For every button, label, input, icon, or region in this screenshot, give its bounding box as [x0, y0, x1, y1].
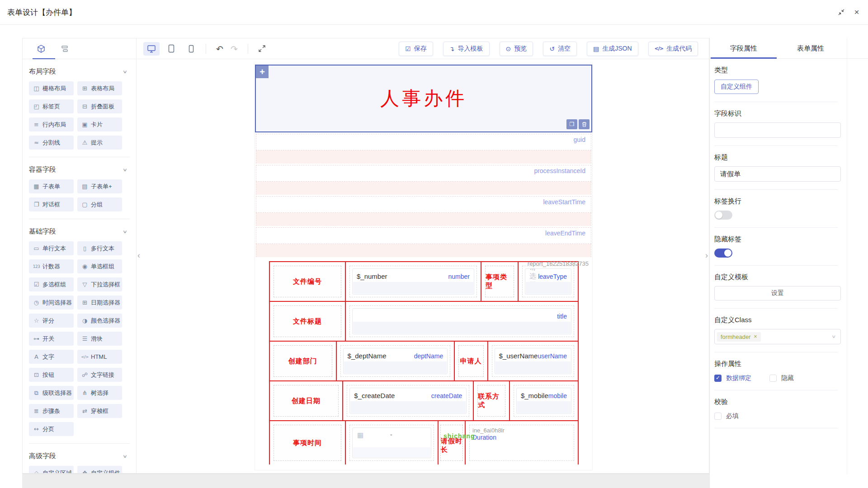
hide-label-label: 隐藏标签: [714, 235, 838, 244]
palette-item-multiline-text[interactable]: ▯多行文本: [77, 241, 122, 255]
redo-icon[interactable]: ↷: [227, 44, 241, 54]
palette-item-alert[interactable]: ⚠提示: [77, 136, 122, 150]
generate-json-button[interactable]: ▤生成JSON: [587, 42, 638, 56]
canvas-body[interactable]: + 人事办件 ❐ guid processInstanceI: [137, 59, 709, 473]
generate-code-button[interactable]: </>生成代码: [648, 42, 698, 56]
tab-form-properties[interactable]: 表单属性: [778, 38, 844, 58]
palette-section-basic[interactable]: 基础字段 ∨: [29, 227, 132, 236]
trash-icon[interactable]: [579, 119, 590, 129]
palette-item-tab-page[interactable]: ◰标签页: [29, 99, 74, 113]
move-handle-icon[interactable]: +: [256, 66, 269, 78]
save-button[interactable]: ☑保存: [399, 42, 433, 56]
hidden-field-leave-end-time[interactable]: leaveEndTime: [256, 227, 591, 258]
close-icon[interactable]: ×: [853, 8, 861, 16]
label-wrap-toggle[interactable]: [714, 211, 732, 220]
palette-item-cascader[interactable]: ⧉级联选择器: [29, 386, 74, 400]
field-dept-name[interactable]: $_deptNamedeptName: [340, 345, 451, 377]
palette-item-text-link[interactable]: ☍文字链接: [77, 368, 122, 382]
palette-item-checkbox-group[interactable]: ☑多选框组: [29, 277, 74, 291]
remove-tag-icon[interactable]: ×: [754, 333, 757, 340]
palette-item-table-layout[interactable]: ⊞表格布局: [77, 81, 122, 95]
field-id-input[interactable]: [714, 122, 841, 138]
tab-outline-layers-icon[interactable]: [60, 44, 70, 54]
copy-icon[interactable]: ❐: [566, 119, 577, 129]
collapse-left-panel-icon[interactable]: ‹: [136, 248, 142, 263]
divider: [714, 102, 838, 102]
field-leave-date-range[interactable]: inline_nym8mcrd leavedate ▦ -: [349, 425, 434, 461]
device-phone-icon[interactable]: [183, 42, 199, 56]
palette-item-date-picker[interactable]: ⊞日期选择器: [77, 296, 122, 310]
palette-item-subform[interactable]: ▦子表单: [29, 179, 74, 193]
data-binding-checkbox[interactable]: [714, 375, 722, 382]
field-mobile[interactable]: $_mobilemobile: [514, 385, 574, 417]
collapse-window-icon[interactable]: [837, 8, 845, 16]
palette-item-divider[interactable]: ≈分割线: [29, 136, 74, 150]
palette-item-radio-group[interactable]: ◉单选框组: [77, 259, 122, 273]
palette-section-container[interactable]: 容器字段 ∨: [29, 165, 132, 174]
hide-label-toggle[interactable]: [714, 249, 732, 258]
palette-item-tree-select[interactable]: ⋔树选择: [77, 386, 122, 400]
palette-section-layout[interactable]: 布局字段 ∨: [29, 67, 132, 76]
undo-icon[interactable]: ↶: [212, 44, 227, 54]
html-icon: </>: [81, 355, 89, 359]
palette-item-dialog[interactable]: ❐对话框: [29, 197, 74, 211]
palette-item-steps[interactable]: ≣步骤条: [29, 404, 74, 418]
palette-item-custom-area[interactable]: ◇自定义区域: [29, 466, 74, 473]
field-duration[interactable]: ine_6ai0h8lr Duration: [469, 425, 574, 461]
collapse-right-panel-icon[interactable]: ›: [703, 248, 710, 263]
class-tag: formheader ×: [717, 332, 761, 342]
palette-item-card[interactable]: ▣卡片: [77, 117, 122, 131]
field-user-name[interactable]: $_userNameuserName: [492, 345, 574, 377]
hidden-field-guid[interactable]: guid: [256, 134, 591, 165]
palette-item-select[interactable]: ▽下拉选择框: [77, 277, 122, 291]
field-number[interactable]: $_numbernumber: [349, 266, 477, 297]
chevron-down-icon: ∨: [123, 229, 127, 234]
hidden-field-process-instance-id[interactable]: processInstanceId: [256, 165, 591, 196]
palette-item-collapse-panel[interactable]: ⊟折叠面板: [77, 99, 122, 113]
palette-item-switch[interactable]: ⊶开关: [29, 332, 74, 346]
device-tablet-icon[interactable]: [163, 42, 179, 56]
preview-button[interactable]: ⊙预览: [500, 42, 533, 56]
palette-item-inline-layout[interactable]: ≡行内布局: [29, 117, 74, 131]
palette-section-advanced[interactable]: 高级字段 ∨: [29, 452, 132, 460]
palette-item-html[interactable]: </>HTML: [77, 350, 122, 364]
report-table-id-label: report_1622518382735: [528, 260, 589, 267]
palette-item-subform-plus[interactable]: ▤子表单+: [77, 179, 122, 193]
palette-item-single-line-text[interactable]: ▭单行文本: [29, 241, 74, 255]
palette-item-color-picker[interactable]: ◑颜色选择器: [77, 314, 122, 328]
grid-layout-icon: ◫: [33, 85, 40, 92]
fullscreen-icon[interactable]: [255, 45, 269, 52]
custom-template-settings-button[interactable]: 设置: [714, 286, 841, 300]
palette-item-pagination[interactable]: ↔分页: [29, 422, 74, 436]
palette-item-grid-layout[interactable]: ◫栅格布局: [29, 81, 74, 95]
tab-field-properties[interactable]: 字段属性: [711, 38, 777, 58]
divider-icon: ≈: [33, 139, 40, 146]
chevron-down-icon: ∨: [123, 454, 127, 459]
clear-button[interactable]: ↺清空: [543, 42, 577, 56]
hidden-checkbox[interactable]: [769, 375, 777, 382]
device-desktop-icon[interactable]: [143, 42, 160, 56]
palette-item-text[interactable]: A文字: [29, 350, 74, 364]
required-checkbox[interactable]: [714, 413, 722, 420]
palette-item-time-picker[interactable]: ◷时间选择器: [29, 296, 74, 310]
selected-form-header-component[interactable]: + 人事办件 ❐: [255, 65, 592, 132]
title-input[interactable]: [714, 166, 841, 182]
palette-item-custom-component[interactable]: ❖自定义组件: [77, 466, 122, 473]
window-title: 表单设计【办件单】: [7, 0, 76, 25]
hidden-field-leave-start-time[interactable]: leaveStartTime: [256, 196, 591, 227]
custom-class-select[interactable]: formheader × ∨: [714, 329, 841, 344]
palette-item-rating[interactable]: ☆评分: [29, 314, 74, 328]
palette-item-slider[interactable]: ☰滑块: [77, 332, 122, 346]
hidden-field-label: leaveEndTime: [256, 227, 591, 244]
import-template-button[interactable]: ↴导入模板: [443, 42, 490, 56]
tab-components-cube-icon[interactable]: [36, 44, 46, 54]
palette-item-group[interactable]: ▢分组: [77, 197, 122, 211]
palette-item-button[interactable]: ⊡按钮: [29, 368, 74, 382]
palette-item-transfer[interactable]: ⇄穿梭框: [77, 404, 122, 418]
field-title[interactable]: title: [349, 305, 574, 337]
code-doc-icon: </>: [655, 46, 663, 52]
field-create-date[interactable]: $_createDatecreateDate: [347, 385, 469, 417]
palette-item-counter[interactable]: 123计数器: [29, 259, 74, 273]
component-palette: 布局字段 ∨ ◫栅格布局 ⊞表格布局 ◰标签页 ⊟折叠面板 ≡行内布局 ▣卡片 …: [23, 38, 137, 473]
field-leave-type-select[interactable]: 请选择leaveType ∨: [522, 266, 574, 297]
